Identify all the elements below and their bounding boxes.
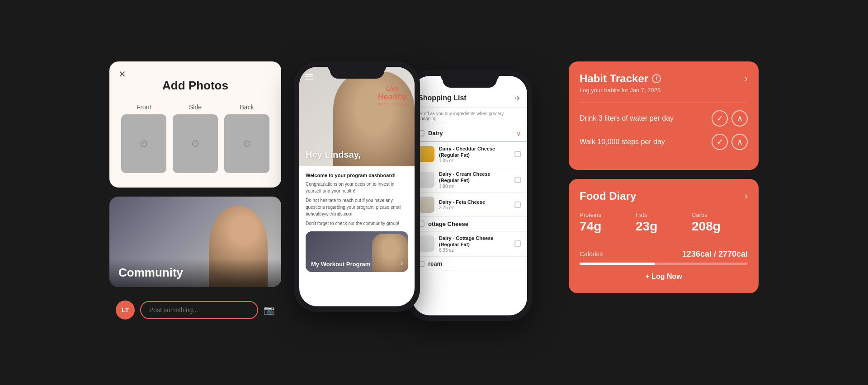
feta-checkbox[interactable] (514, 202, 521, 208)
habit-item-steps: Walk 10,000 steps per day ✓ ∧ (580, 134, 748, 150)
fats-value: 23g (636, 219, 692, 234)
food-diary-card: Food Diary › Proteins 74g Fats 23g Carbs… (569, 179, 759, 293)
food-divider (580, 243, 748, 243)
food-header: Food Diary › (580, 190, 748, 202)
brand-logo: Live Healthy WITH LINDA (377, 85, 407, 107)
cottage-info: Dairy - Cottage Cheese (Regular Fat) 6.3… (439, 235, 510, 253)
dairy-chevron-icon: ∨ (516, 130, 521, 137)
log-now-button[interactable]: + Log Now (580, 272, 748, 281)
photo-slot-side: Side ⊙ (173, 103, 218, 173)
calories-label: Calories (580, 250, 603, 258)
dashboard-greeting: Hey Lindsay, (306, 150, 361, 160)
body-text-1: Congratulations on your decision to inve… (306, 181, 408, 194)
macros-row: Proteins 74g Fats 23g Carbs 208g (580, 211, 748, 234)
phone-inner-1: Live Healthy WITH LINDA Hey Lindsay, Wel… (299, 67, 415, 306)
right-panel: Habit Tracker i › Log your habits for Ja… (569, 61, 759, 293)
cheddar-checkbox[interactable] (514, 151, 521, 157)
community-title: Community (118, 266, 272, 280)
close-button[interactable]: ✕ (118, 70, 126, 79)
feta-qty: 2.25 oz (439, 205, 510, 210)
photos-row: Front ⊙ Side ⊙ Back ⊙ (122, 103, 269, 173)
front-label: Front (137, 103, 151, 111)
info-icon[interactable]: i (652, 74, 661, 83)
shopping-title: Shopping List (418, 94, 467, 102)
back-label: Back (240, 103, 254, 111)
fats-label: Fats (636, 211, 692, 218)
item-feta: Dairy - Feta Cheese 2.25 oz (412, 193, 527, 217)
add-photos-title: Add Photos (122, 79, 269, 93)
hamburger-menu[interactable] (305, 74, 313, 80)
habit-steps-label: Walk 10,000 steps per day (580, 138, 665, 146)
shopping-hint: ck off as you buy ingredients when groce… (412, 108, 527, 125)
side-photo-box[interactable]: ⊙ (173, 114, 218, 173)
shopping-body: Dairy ∨ Dairy - Cheddar Cheese (Regular … (412, 125, 527, 315)
food-title: Food Diary (580, 190, 636, 202)
cream-cheese-checkbox[interactable] (514, 177, 521, 183)
habit-title: Habit Tracker (580, 72, 648, 85)
photo-slot-back: Back ⊙ (224, 103, 269, 173)
left-panel: ✕ Add Photos Front ⊙ Side ⊙ Back (109, 61, 281, 324)
habit-divider (580, 103, 748, 103)
cream-cheese-info: Dairy - Cream Cheese (Regular Fat) 1.90 … (439, 171, 510, 189)
proteins-value: 74g (580, 219, 636, 234)
camera-icon-front: ⊙ (140, 138, 148, 150)
item-cream-cheese: Dairy - Cream Cheese (Regular Fat) 1.90 … (412, 167, 527, 193)
habit-subtitle: Log your habits for Jan 7, 2025 (580, 87, 748, 94)
dashboard-body: Welcome to your program dashboard! Congr… (299, 166, 415, 306)
workout-arrow-icon: › (401, 259, 403, 268)
front-photo-box[interactable]: ⊙ (121, 114, 166, 173)
post-bar: LT 📷 (109, 296, 281, 324)
cream-cheese-thumbnail (418, 172, 434, 188)
proteins-label: Proteins (580, 211, 636, 218)
feta-info: Dairy - Feta Cheese 2.25 oz (439, 199, 510, 210)
workout-card[interactable]: My Workout Program › (306, 231, 408, 272)
phone-notch-2 (443, 76, 497, 88)
habit-steps-controls: ✓ ∧ (712, 134, 748, 150)
cottage-section-header[interactable]: ottage Cheese (412, 217, 527, 231)
cottage-name: Dairy - Cottage Cheese (Regular Fat) (439, 235, 510, 248)
camera-icon-side: ⊙ (191, 138, 199, 150)
macro-carbs: Carbs 208g (692, 211, 748, 234)
cream-cheese-qty: 1.90 oz (439, 184, 510, 189)
cream-section-header[interactable]: ream (412, 257, 527, 271)
camera-icon-back: ⊙ (243, 138, 251, 150)
photo-slot-front: Front ⊙ (121, 103, 166, 173)
center-phones: Live Healthy WITH LINDA Hey Lindsay, Wel… (294, 61, 556, 321)
back-photo-box[interactable]: ⊙ (224, 114, 269, 173)
habit-steps-check-btn[interactable]: ✓ (712, 134, 728, 150)
feta-name: Dairy - Feta Cheese (439, 199, 510, 205)
cottage-checkbox-item[interactable] (514, 240, 521, 247)
carbs-label: Carbs (692, 211, 748, 218)
post-input[interactable] (140, 301, 258, 319)
dairy-section-name: Dairy (428, 130, 516, 136)
body-text-3: Don't forget to check out the community … (306, 220, 408, 227)
habit-tracker-card: Habit Tracker i › Log your habits for Ja… (569, 61, 759, 170)
habit-water-up-btn[interactable]: ∧ (731, 110, 748, 127)
body-text-2: Do not hesitate to reach out if you have… (306, 197, 408, 217)
habit-item-water: Drink 3 liters of water per day ✓ ∧ (580, 110, 748, 127)
user-avatar: LT (116, 300, 135, 319)
workout-label: My Workout Program (311, 261, 401, 268)
habit-water-check-btn[interactable]: ✓ (712, 110, 728, 127)
dashboard-screen: Live Healthy WITH LINDA Hey Lindsay, Wel… (299, 67, 415, 306)
calories-value: 1236cal / 2770cal (682, 249, 748, 259)
habit-water-controls: ✓ ∧ (712, 110, 748, 127)
dairy-section-header[interactable]: Dairy ∨ (412, 125, 527, 142)
community-card[interactable]: Community (109, 197, 281, 287)
shopping-screen: Shopping List ✈ ck off as you buy ingred… (412, 76, 527, 315)
cottage-section-name: ottage Cheese (428, 221, 521, 227)
cheddar-info: Dairy - Cheddar Cheese (Regular Fat) 1.0… (439, 146, 510, 164)
habit-steps-up-btn[interactable]: ∧ (731, 134, 748, 150)
carbs-value: 208g (692, 219, 748, 234)
calories-progress-bg (580, 263, 748, 265)
habit-header: Habit Tracker i › (580, 72, 748, 85)
phone-shopping: Shopping List ✈ ck off as you buy ingred… (406, 70, 533, 321)
habit-title-row: Habit Tracker i (580, 72, 661, 85)
food-chevron-icon[interactable]: › (745, 190, 748, 202)
post-camera-icon[interactable]: 📷 (264, 305, 275, 315)
macro-fats: Fats 23g (636, 211, 692, 234)
phone-inner-2: Shopping List ✈ ck off as you buy ingred… (412, 76, 527, 315)
add-photos-card: ✕ Add Photos Front ⊙ Side ⊙ Back (109, 61, 281, 188)
habit-chevron-icon[interactable]: › (745, 73, 748, 85)
send-icon[interactable]: ✈ (515, 94, 521, 103)
